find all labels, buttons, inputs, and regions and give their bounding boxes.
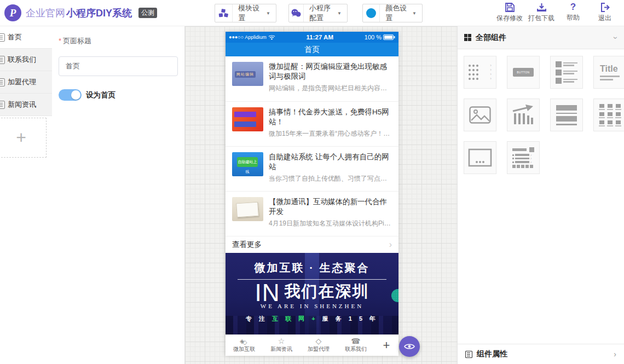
phone-icon: ☎ [351,337,360,345]
page-icon [0,78,5,86]
download-icon [536,2,547,13]
banner-slogan: 专 注 互 联 网 + 服 务 1 5 年 [226,315,398,323]
exit-icon [600,2,610,13]
caret-down-icon: ▼ [266,11,270,16]
help-button[interactable]: ? 帮助 [557,2,589,23]
exit-button[interactable]: 退出 [589,2,621,23]
banner-line1: 微加互联 · 生态聚合 [226,261,398,275]
diamond-icon: ◇ [316,337,322,345]
news-title: 自助建站系统 让每个人拥有自己的网站 [269,152,392,172]
sidebar-page-label: 加盟代理 [8,77,36,87]
news-thumbnail: 自助建站上线 [232,152,263,176]
add-tab-button[interactable]: + [374,335,398,355]
component-title-text[interactable]: Title [593,56,624,89]
grid-icon [464,34,471,41]
download-button[interactable]: 打包下载 [525,2,557,23]
plus-icon: + [16,128,26,148]
component-chart-arrow[interactable] [507,99,540,131]
page-settings-panel: *页面标题 设为首页 [52,26,185,364]
component-button[interactable]: BUTTON [507,56,540,89]
top-bar: P 企业官网小程序DIY系统 公测 模块设置▼ 小程序配置▼ 颜色设置▼ 保存修… [0,0,624,26]
miniprogram-config-label: 小程序配置 [309,3,334,23]
page-title-input[interactable] [59,56,178,76]
color-circle-icon [363,4,380,22]
exit-label: 退出 [598,14,611,23]
tab-news[interactable]: ☆ 新闻资讯 [263,335,300,355]
color-settings-label: 颜色设置 [385,3,409,23]
components-panel: 全部组件 › › › › › BUTTON Titl [457,26,624,364]
sidebar-page-home[interactable]: 首页 [0,26,52,49]
sidebar-page-news[interactable]: 新闻资讯 [0,94,52,116]
component-image[interactable] [464,99,496,131]
components-panel-header[interactable]: 全部组件 › [458,26,624,49]
image-icon [469,106,491,124]
sidebar-page-label: 联系我们 [8,55,36,65]
preview-eye-button[interactable] [399,336,420,357]
page-icon [0,101,5,109]
page-icon [0,56,5,64]
phone-statusbar: ●●●○○ Applidium 11:27 AM 100 % [226,32,398,43]
wifi-icon [268,34,275,40]
component-grid[interactable] [593,99,624,131]
color-settings-button[interactable]: 颜色设置▼ [362,4,423,22]
save-label: 保存修改 [496,14,523,23]
news-item[interactable]: 搞事情！代金券大派送，免费得H5网站！ 微加15年来一直秉承着“用心感动客户！”… [226,101,398,146]
help-label: 帮助 [567,13,580,22]
app-title-light: 企业官网 [26,7,65,20]
set-homepage-toggle[interactable] [59,89,82,101]
page-icon [0,33,5,42]
grid-3x3-icon [599,104,621,126]
component-banner-rows[interactable] [550,99,583,131]
chevron-right-icon: › [614,350,616,359]
banner-in-text: IN [255,282,280,304]
app-logo-icon: P [4,4,21,21]
beta-badge: 公测 [138,8,157,18]
rich-list-icon: › › › [512,147,534,168]
tab-weijia[interactable]: ◈◇ 微加互联 [226,335,263,355]
banner-rows-icon [556,105,577,125]
sidebar-page-label: 新闻资讯 [8,100,36,109]
app-title-bold: 小程序DIY系统 [66,7,132,20]
battery-icon [383,34,395,40]
news-item[interactable]: 【微加通讯】互动媒体的新一代合作开发 4月19日新加坡知名互动媒体设计机构Pin… [226,191,398,236]
component-image-list[interactable] [550,56,583,89]
miniprogram-config-button[interactable]: 小程序配置▼ [288,4,348,22]
view-more-link[interactable]: 查看更多 › [226,236,398,253]
save-button[interactable]: 保存修改 [494,2,525,23]
battery-text: 100 % [365,34,382,41]
chart-arrow-icon [512,105,534,125]
component-carousel[interactable] [464,141,496,174]
sidebar-page-contact[interactable]: 联系我们 [0,49,52,71]
clock-text: 11:27 AM [275,34,365,41]
tab-agent[interactable]: ◇ 加盟代理 [300,335,337,355]
add-page-button[interactable]: + [0,118,47,158]
module-settings-label: 模块设置 [238,3,263,23]
components-panel-title: 全部组件 [476,33,506,43]
tab-contact[interactable]: ☎ 联系我们 [337,335,374,355]
caret-down-icon: ▼ [337,11,342,16]
properties-icon [465,351,472,358]
phone-tabbar: ◈◇ 微加互联 ☆ 新闻资讯 ◇ 加盟代理 ☎ 联系我们 + [226,334,398,355]
title-text-icon: Title [600,64,620,80]
banner-cn-text: 我们在深圳 [285,281,369,304]
phone-nav-title: 首页 [226,43,398,56]
dotted-list-icon: › › › › [469,65,492,80]
cubes-icon [215,4,233,22]
component-properties-bar[interactable]: 组件属性 › [458,344,624,364]
news-title: 【微加通讯】互动媒体的新一代合作开发 [269,197,392,217]
news-item[interactable]: 网站编辑 微加提醒：网页编辑应避免出现敏感词与极限词 网站编辑，是指负责网站栏目… [226,56,398,101]
module-settings-button[interactable]: 模块设置▼ [215,4,276,22]
wechat-icon [289,4,304,22]
component-rich-list[interactable]: › › › [507,141,540,174]
component-tiles: › › › › BUTTON Title [458,49,624,174]
news-summary: 微加15年来一直秉承着“用心感动客户！”的... [269,129,392,138]
news-thumbnail: 网站编辑 [232,62,263,86]
promo-banner[interactable]: 微加互联 · 生态聚合 IN 我们在深圳 WE ARE IN SHENZHEN … [226,253,398,334]
component-dotted-list[interactable]: › › › › [464,56,496,89]
sidebar-page-agent[interactable]: 加盟代理 [0,71,52,94]
news-summary: 4月19日新加坡知名互动媒体设计机构Pinh... [269,219,392,228]
carousel-icon [468,148,492,167]
news-item[interactable]: 自助建站上线 自助建站系统 让每个人拥有自己的网站 当你习惯了自拍上传优酷、习惯… [226,146,398,191]
phone-preview: ●●●○○ Applidium 11:27 AM 100 % 首页 网站编辑 微… [226,32,398,356]
news-summary: 网站编辑，是指负责网站栏目相关内容的... [269,84,392,93]
